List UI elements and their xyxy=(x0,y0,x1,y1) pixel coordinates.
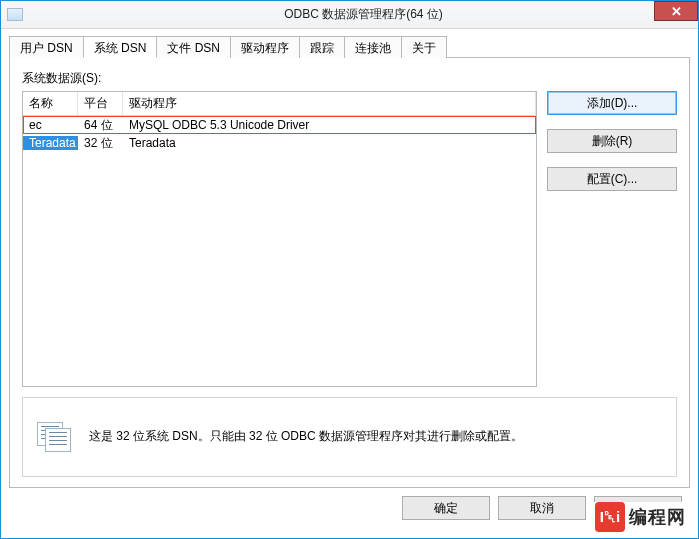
datasource-icon xyxy=(37,422,73,452)
cancel-button[interactable]: 取消 xyxy=(498,496,586,520)
cell-driver: Teradata xyxy=(123,136,536,150)
client-area: 用户 DSN 系统 DSN 文件 DSN 驱动程序 跟踪 连接池 关于 系统数据… xyxy=(1,29,698,538)
tabstrip: 用户 DSN 系统 DSN 文件 DSN 驱动程序 跟踪 连接池 关于 xyxy=(9,35,690,57)
tab-drivers[interactable]: 驱动程序 xyxy=(230,36,300,58)
close-button[interactable]: ✕ xyxy=(654,1,698,21)
column-header-platform[interactable]: 平台 xyxy=(78,92,123,115)
column-header-name[interactable]: 名称 xyxy=(23,92,78,115)
tab-system-dsn[interactable]: 系统 DSN xyxy=(83,36,158,58)
watermark-text: 编程网 xyxy=(629,505,686,529)
listview-body: ec 64 位 MySQL ODBC 5.3 Unicode Driver Te… xyxy=(23,116,536,386)
cell-driver: MySQL ODBC 5.3 Unicode Driver xyxy=(123,118,536,132)
dialog-button-row: 确定 取消 应用( xyxy=(9,488,690,530)
app-icon xyxy=(7,8,23,21)
tab-user-dsn[interactable]: 用户 DSN xyxy=(9,36,84,58)
ok-button[interactable]: 确定 xyxy=(402,496,490,520)
cell-platform: 32 位 xyxy=(78,135,123,152)
info-text: 这是 32 位系统 DSN。只能由 32 位 ODBC 数据源管理程序对其进行删… xyxy=(89,426,523,448)
dsn-listview[interactable]: 名称 平台 驱动程序 ec 64 位 MySQL ODBC 5.3 Unicod… xyxy=(22,91,537,387)
section-label: 系统数据源(S): xyxy=(22,70,677,87)
table-row[interactable]: ec 64 位 MySQL ODBC 5.3 Unicode Driver xyxy=(23,116,536,134)
watermark-badge-icon: I␡i xyxy=(595,502,625,532)
listview-header: 名称 平台 驱动程序 xyxy=(23,92,536,116)
remove-button[interactable]: 删除(R) xyxy=(547,129,677,153)
action-column: 添加(D)... 删除(R) 配置(C)... xyxy=(547,91,677,387)
tab-panel-system-dsn: 系统数据源(S): 名称 平台 驱动程序 ec 64 位 MySQL ODBC … xyxy=(9,57,690,488)
watermark: I␡i 编程网 xyxy=(591,502,690,532)
odbc-admin-window: ODBC 数据源管理程序(64 位) ✕ 用户 DSN 系统 DSN 文件 DS… xyxy=(0,0,699,539)
tab-about[interactable]: 关于 xyxy=(401,36,447,58)
tab-pooling[interactable]: 连接池 xyxy=(344,36,402,58)
tab-file-dsn[interactable]: 文件 DSN xyxy=(156,36,231,58)
info-panel: 这是 32 位系统 DSN。只能由 32 位 ODBC 数据源管理程序对其进行删… xyxy=(22,397,677,477)
cell-platform: 64 位 xyxy=(78,117,123,134)
content-row: 名称 平台 驱动程序 ec 64 位 MySQL ODBC 5.3 Unicod… xyxy=(22,91,677,387)
titlebar: ODBC 数据源管理程序(64 位) ✕ xyxy=(1,1,698,29)
column-header-driver[interactable]: 驱动程序 xyxy=(123,92,536,115)
window-title: ODBC 数据源管理程序(64 位) xyxy=(29,6,698,23)
configure-button[interactable]: 配置(C)... xyxy=(547,167,677,191)
cell-name: ec xyxy=(23,118,78,132)
cell-name: Teradata xyxy=(23,136,78,150)
add-button[interactable]: 添加(D)... xyxy=(547,91,677,115)
tab-tracing[interactable]: 跟踪 xyxy=(299,36,345,58)
table-row[interactable]: Teradata 32 位 Teradata xyxy=(23,134,536,152)
